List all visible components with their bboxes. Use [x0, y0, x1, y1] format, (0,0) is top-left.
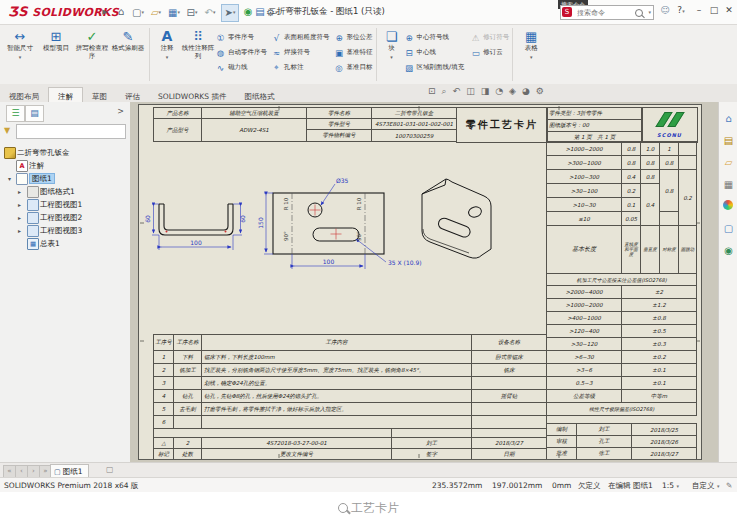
tree-item-drawing-view1[interactable]: ▸ 工程图视图1 — [0, 198, 130, 211]
drawing-sheet[interactable]: 产品名称 辅助空气压缩机装置 零件名称 二折弯带孔钣金 产品型号 ADW2-4S… — [138, 104, 702, 460]
logo-flyout-icon[interactable]: ▶ — [97, 4, 113, 20]
help-icon[interactable]: ?▾ — [674, 5, 688, 15]
caret-right-icon[interactable]: ▸ — [18, 227, 21, 234]
home-icon[interactable]: ⌂ — [113, 4, 129, 20]
new-document-icon[interactable]: ▢▾ — [130, 4, 146, 20]
gtol-button[interactable]: ⊕形位公差 — [334, 30, 373, 45]
tree-item-drawing-view2[interactable]: ▸ 工程图视图2 — [0, 211, 130, 224]
dimension-label[interactable]: 60 — [239, 215, 246, 223]
model-items-button[interactable]: ⊞ 模型项目 — [38, 25, 74, 84]
button-label: 线性注释阵列 — [181, 45, 215, 60]
user-account-icon[interactable]: ☺ — [658, 5, 672, 15]
cell: >6~30 — [547, 351, 622, 364]
linear-note-pattern-button[interactable]: ⠿ 线性注释阵列 — [181, 25, 215, 84]
weld-symbol-button[interactable]: ≈焊接符号 — [271, 45, 330, 60]
sheet-scale[interactable]: 1:5 ▾ — [662, 481, 679, 490]
format-painter-button[interactable]: ✎ 格式涂刷器 — [110, 25, 146, 84]
drawing-view-isometric[interactable] — [422, 179, 491, 258]
revision-cloud-button[interactable]: ▭修订云 — [470, 45, 509, 60]
tree-item-general-table1[interactable]: ▦ 总表1 — [0, 237, 130, 250]
table-button[interactable]: ▦ 表格 ▾ — [516, 25, 546, 84]
add-sheet-button[interactable]: ▢ — [106, 465, 114, 474]
solidworks-forum-icon[interactable]: ◉ — [722, 244, 735, 257]
dropdown-icon[interactable]: ▾ — [676, 483, 679, 489]
view-orientation-icon[interactable]: ◨ — [481, 86, 490, 97]
balloon-button[interactable]: ①零件序号 — [215, 30, 267, 45]
tree-item-sheet1[interactable]: ▾ 图纸1 — [0, 172, 130, 185]
view-palette-icon[interactable]: ▦ — [722, 178, 735, 191]
search-icon[interactable] — [635, 9, 643, 17]
sheet-tab[interactable]: ▢图纸1 — [50, 464, 89, 478]
dimension-label[interactable]: 150 — [257, 217, 264, 229]
drawing-view-profile[interactable]: 60 60 100 — [144, 204, 247, 250]
maximize-button[interactable]: □ — [707, 5, 721, 15]
save-icon[interactable]: ▦▾ — [166, 4, 182, 20]
dropdown-icon[interactable]: ▾ — [390, 54, 393, 60]
display-style-icon[interactable]: ◔ — [495, 86, 503, 97]
drawing-view-flat-pattern[interactable]: 150 100 Ø35 35 X (10.9) R 10 R 10 90° 90… — [257, 177, 422, 269]
dimension-label[interactable]: 100 — [323, 258, 335, 265]
tree-item-sheet-format1[interactable]: ▸ 图纸格式1 — [0, 185, 130, 198]
open-icon[interactable]: ▱▾ — [148, 4, 164, 20]
tag-icon[interactable]: ✎ — [726, 481, 732, 490]
dropdown-icon[interactable]: ▾ — [19, 54, 22, 60]
tree-item-root[interactable]: 二折弯带孔钣金 — [0, 146, 130, 159]
datum-target-button[interactable]: ◎基准目标 — [334, 60, 373, 75]
propertymanager-tab[interactable]: ▤ — [25, 105, 44, 122]
tree-item-annotations[interactable]: A 注解 — [0, 159, 130, 172]
cell: >1000~2000 — [547, 142, 622, 156]
edit-appearance-icon[interactable]: ◕ — [522, 86, 530, 97]
surface-finish-button[interactable]: √表面粗糙度符号 — [271, 30, 330, 45]
auto-balloon-button[interactable]: ◍自动零件序号 — [215, 45, 267, 60]
section-view-icon[interactable]: ◫ — [466, 86, 475, 97]
spell-checker-button[interactable]: ✓ 拼写检查程序 — [74, 25, 110, 84]
dropdown-icon[interactable]: ▾ — [166, 54, 169, 60]
caret-right-icon[interactable]: ▸ — [18, 201, 21, 208]
dimension-label[interactable]: 60 — [144, 215, 151, 223]
units-selector[interactable]: 自定义 ▾ — [692, 481, 719, 491]
search-dropdown-icon[interactable]: ▾ — [648, 9, 651, 15]
slot-callout-label[interactable]: 35 X (10.9) — [388, 259, 422, 266]
caret-right-icon[interactable]: ▸ — [18, 214, 21, 221]
button-label: 区域剖面线/填充 — [417, 63, 465, 72]
select-icon[interactable]: ➤▾ — [221, 4, 239, 22]
graphics-area[interactable]: 产品名称 辅助空气压缩机装置 零件名称 二折弯带孔钣金 产品型号 ADW2-4S… — [130, 102, 718, 462]
magnetic-line-button[interactable]: ∿磁力线 — [215, 60, 267, 75]
file-explorer-icon[interactable]: ▱ — [722, 156, 735, 169]
zoom-area-icon[interactable]: ⌕ — [442, 86, 447, 97]
block-button[interactable]: ❏ 块 ▾ — [380, 25, 404, 84]
hole-callout-button[interactable]: ⌖孔标注 — [271, 60, 330, 75]
datum-feature-button[interactable]: ▣基准特征 — [334, 45, 373, 60]
hide-show-items-icon[interactable]: ◈ — [509, 86, 516, 97]
area-hatch-button[interactable]: ▨区域剖面线/填充 — [404, 60, 465, 75]
close-button[interactable]: ✕ — [722, 5, 736, 15]
panel-expand-icon[interactable]: > — [117, 107, 124, 116]
dropdown-icon[interactable]: ▾ — [717, 483, 720, 489]
revision-symbol-button[interactable]: ⚠修订符号 — [470, 30, 509, 45]
solidworks-resources-icon[interactable]: ⌂ — [722, 112, 735, 125]
hole-callout-label[interactable]: Ø35 — [336, 177, 349, 184]
print-icon[interactable]: ⊟▾ — [184, 4, 200, 20]
minimize-button[interactable]: – — [692, 5, 706, 15]
undo-icon[interactable]: ↶▾ — [202, 4, 218, 20]
search-input[interactable] — [575, 6, 635, 19]
filter-input[interactable] — [16, 124, 126, 139]
note-button[interactable]: A 注释 ▾ — [153, 25, 181, 84]
caret-down-icon[interactable]: ▾ — [8, 175, 11, 182]
custom-properties-icon[interactable]: ▢ — [722, 222, 735, 235]
tree-item-drawing-view3[interactable]: ▸ 工程图视图3 — [0, 224, 130, 237]
center-mark-button[interactable]: ⊕中心符号线 — [404, 30, 465, 45]
zoom-fit-icon[interactable]: ⊡ — [428, 86, 436, 97]
appearances-icon[interactable] — [723, 200, 733, 210]
caret-right-icon[interactable]: ▸ — [18, 188, 21, 195]
cell: 工序号 — [154, 335, 174, 351]
dimension-label[interactable]: 100 — [190, 239, 202, 246]
featuremanager-tab[interactable]: ☰ — [6, 105, 25, 122]
previous-view-icon[interactable]: ↶ — [453, 86, 461, 97]
design-library-icon[interactable]: ▤ — [722, 134, 735, 147]
slot — [437, 217, 472, 239]
smart-dimension-button[interactable]: ↔ 智能尺寸 ▾ — [2, 25, 38, 84]
dropdown-icon[interactable]: ▾ — [530, 54, 533, 60]
centerline-button[interactable]: ⊟中心线 — [404, 45, 465, 60]
view-settings-icon[interactable]: ⚙ — [536, 86, 544, 97]
